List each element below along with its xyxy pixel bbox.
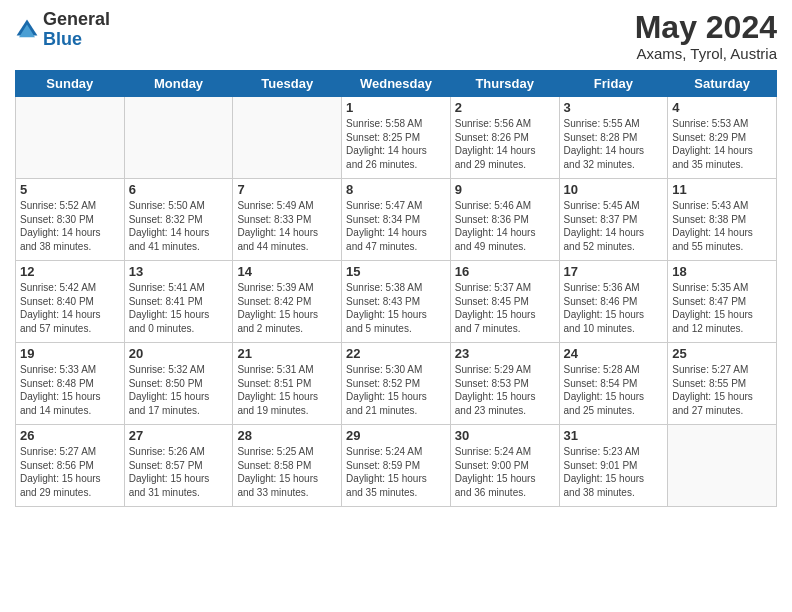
calendar-cell: 21Sunrise: 5:31 AM Sunset: 8:51 PM Dayli… (233, 343, 342, 425)
calendar-week-2: 12Sunrise: 5:42 AM Sunset: 8:40 PM Dayli… (16, 261, 777, 343)
cell-info: Sunrise: 5:35 AM Sunset: 8:47 PM Dayligh… (672, 281, 772, 335)
day-header-saturday: Saturday (668, 71, 777, 97)
calendar-cell: 13Sunrise: 5:41 AM Sunset: 8:41 PM Dayli… (124, 261, 233, 343)
day-number: 8 (346, 182, 446, 197)
cell-info: Sunrise: 5:45 AM Sunset: 8:37 PM Dayligh… (564, 199, 664, 253)
day-number: 21 (237, 346, 337, 361)
day-number: 27 (129, 428, 229, 443)
calendar-header-row: SundayMondayTuesdayWednesdayThursdayFrid… (16, 71, 777, 97)
cell-info: Sunrise: 5:28 AM Sunset: 8:54 PM Dayligh… (564, 363, 664, 417)
calendar-cell (233, 97, 342, 179)
calendar-cell: 31Sunrise: 5:23 AM Sunset: 9:01 PM Dayli… (559, 425, 668, 507)
day-number: 5 (20, 182, 120, 197)
logo-icon (15, 18, 39, 42)
cell-info: Sunrise: 5:49 AM Sunset: 8:33 PM Dayligh… (237, 199, 337, 253)
calendar-cell: 20Sunrise: 5:32 AM Sunset: 8:50 PM Dayli… (124, 343, 233, 425)
calendar-cell: 25Sunrise: 5:27 AM Sunset: 8:55 PM Dayli… (668, 343, 777, 425)
calendar-cell: 9Sunrise: 5:46 AM Sunset: 8:36 PM Daylig… (450, 179, 559, 261)
cell-info: Sunrise: 5:37 AM Sunset: 8:45 PM Dayligh… (455, 281, 555, 335)
calendar-cell: 28Sunrise: 5:25 AM Sunset: 8:58 PM Dayli… (233, 425, 342, 507)
calendar-cell: 1Sunrise: 5:58 AM Sunset: 8:25 PM Daylig… (342, 97, 451, 179)
cell-info: Sunrise: 5:30 AM Sunset: 8:52 PM Dayligh… (346, 363, 446, 417)
cell-info: Sunrise: 5:33 AM Sunset: 8:48 PM Dayligh… (20, 363, 120, 417)
cell-info: Sunrise: 5:24 AM Sunset: 9:00 PM Dayligh… (455, 445, 555, 499)
calendar-cell: 30Sunrise: 5:24 AM Sunset: 9:00 PM Dayli… (450, 425, 559, 507)
cell-info: Sunrise: 5:27 AM Sunset: 8:55 PM Dayligh… (672, 363, 772, 417)
day-header-sunday: Sunday (16, 71, 125, 97)
cell-info: Sunrise: 5:32 AM Sunset: 8:50 PM Dayligh… (129, 363, 229, 417)
cell-info: Sunrise: 5:56 AM Sunset: 8:26 PM Dayligh… (455, 117, 555, 171)
day-number: 2 (455, 100, 555, 115)
day-number: 4 (672, 100, 772, 115)
calendar-cell: 4Sunrise: 5:53 AM Sunset: 8:29 PM Daylig… (668, 97, 777, 179)
day-number: 14 (237, 264, 337, 279)
cell-info: Sunrise: 5:52 AM Sunset: 8:30 PM Dayligh… (20, 199, 120, 253)
day-number: 24 (564, 346, 664, 361)
calendar-cell: 16Sunrise: 5:37 AM Sunset: 8:45 PM Dayli… (450, 261, 559, 343)
calendar-cell: 15Sunrise: 5:38 AM Sunset: 8:43 PM Dayli… (342, 261, 451, 343)
calendar-cell: 22Sunrise: 5:30 AM Sunset: 8:52 PM Dayli… (342, 343, 451, 425)
calendar-cell: 10Sunrise: 5:45 AM Sunset: 8:37 PM Dayli… (559, 179, 668, 261)
day-header-thursday: Thursday (450, 71, 559, 97)
cell-info: Sunrise: 5:43 AM Sunset: 8:38 PM Dayligh… (672, 199, 772, 253)
calendar-cell: 7Sunrise: 5:49 AM Sunset: 8:33 PM Daylig… (233, 179, 342, 261)
day-number: 23 (455, 346, 555, 361)
day-number: 30 (455, 428, 555, 443)
calendar-cell: 2Sunrise: 5:56 AM Sunset: 8:26 PM Daylig… (450, 97, 559, 179)
day-number: 1 (346, 100, 446, 115)
logo: General Blue (15, 10, 110, 50)
day-number: 29 (346, 428, 446, 443)
cell-info: Sunrise: 5:29 AM Sunset: 8:53 PM Dayligh… (455, 363, 555, 417)
day-number: 17 (564, 264, 664, 279)
day-number: 26 (20, 428, 120, 443)
calendar-cell: 27Sunrise: 5:26 AM Sunset: 8:57 PM Dayli… (124, 425, 233, 507)
day-header-wednesday: Wednesday (342, 71, 451, 97)
cell-info: Sunrise: 5:46 AM Sunset: 8:36 PM Dayligh… (455, 199, 555, 253)
day-header-tuesday: Tuesday (233, 71, 342, 97)
logo-blue: Blue (43, 29, 82, 49)
calendar-cell: 3Sunrise: 5:55 AM Sunset: 8:28 PM Daylig… (559, 97, 668, 179)
calendar-cell: 17Sunrise: 5:36 AM Sunset: 8:46 PM Dayli… (559, 261, 668, 343)
day-number: 19 (20, 346, 120, 361)
day-number: 22 (346, 346, 446, 361)
calendar-cell: 14Sunrise: 5:39 AM Sunset: 8:42 PM Dayli… (233, 261, 342, 343)
location: Axams, Tyrol, Austria (635, 45, 777, 62)
day-number: 3 (564, 100, 664, 115)
day-number: 6 (129, 182, 229, 197)
day-number: 25 (672, 346, 772, 361)
cell-info: Sunrise: 5:38 AM Sunset: 8:43 PM Dayligh… (346, 281, 446, 335)
cell-info: Sunrise: 5:25 AM Sunset: 8:58 PM Dayligh… (237, 445, 337, 499)
cell-info: Sunrise: 5:31 AM Sunset: 8:51 PM Dayligh… (237, 363, 337, 417)
day-number: 20 (129, 346, 229, 361)
cell-info: Sunrise: 5:58 AM Sunset: 8:25 PM Dayligh… (346, 117, 446, 171)
cell-info: Sunrise: 5:53 AM Sunset: 8:29 PM Dayligh… (672, 117, 772, 171)
calendar-cell: 18Sunrise: 5:35 AM Sunset: 8:47 PM Dayli… (668, 261, 777, 343)
day-number: 18 (672, 264, 772, 279)
day-number: 15 (346, 264, 446, 279)
calendar-cell: 5Sunrise: 5:52 AM Sunset: 8:30 PM Daylig… (16, 179, 125, 261)
day-number: 7 (237, 182, 337, 197)
calendar-cell: 6Sunrise: 5:50 AM Sunset: 8:32 PM Daylig… (124, 179, 233, 261)
calendar-cell: 11Sunrise: 5:43 AM Sunset: 8:38 PM Dayli… (668, 179, 777, 261)
cell-info: Sunrise: 5:47 AM Sunset: 8:34 PM Dayligh… (346, 199, 446, 253)
day-number: 16 (455, 264, 555, 279)
day-number: 11 (672, 182, 772, 197)
cell-info: Sunrise: 5:26 AM Sunset: 8:57 PM Dayligh… (129, 445, 229, 499)
calendar-cell (16, 97, 125, 179)
cell-info: Sunrise: 5:41 AM Sunset: 8:41 PM Dayligh… (129, 281, 229, 335)
day-header-friday: Friday (559, 71, 668, 97)
calendar-cell: 12Sunrise: 5:42 AM Sunset: 8:40 PM Dayli… (16, 261, 125, 343)
calendar-week-4: 26Sunrise: 5:27 AM Sunset: 8:56 PM Dayli… (16, 425, 777, 507)
calendar-cell: 19Sunrise: 5:33 AM Sunset: 8:48 PM Dayli… (16, 343, 125, 425)
title-block: May 2024 Axams, Tyrol, Austria (635, 10, 777, 62)
calendar-week-0: 1Sunrise: 5:58 AM Sunset: 8:25 PM Daylig… (16, 97, 777, 179)
day-header-monday: Monday (124, 71, 233, 97)
calendar-week-1: 5Sunrise: 5:52 AM Sunset: 8:30 PM Daylig… (16, 179, 777, 261)
page: General Blue May 2024 Axams, Tyrol, Aust… (0, 0, 792, 612)
cell-info: Sunrise: 5:27 AM Sunset: 8:56 PM Dayligh… (20, 445, 120, 499)
calendar-table: SundayMondayTuesdayWednesdayThursdayFrid… (15, 70, 777, 507)
calendar-cell (124, 97, 233, 179)
day-number: 13 (129, 264, 229, 279)
month-year: May 2024 (635, 10, 777, 45)
day-number: 9 (455, 182, 555, 197)
